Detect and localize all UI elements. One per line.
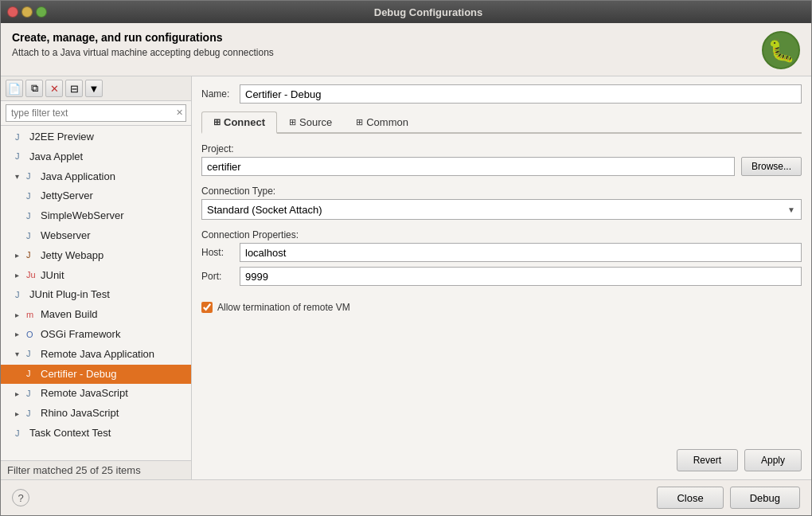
- right-panel: Name: ⊞ Connect ⊞ Source ⊞ Common: [192, 76, 811, 479]
- name-label: Name:: [201, 88, 233, 100]
- main-content: 📄 ⧉ ✕ ⊟ ▼ ✕: [1, 76, 811, 479]
- allow-termination-checkbox[interactable]: [201, 302, 213, 313]
- tree-item-label: Jetty Webapp: [41, 248, 103, 264]
- tc-icon: J: [15, 427, 26, 441]
- close-btn[interactable]: Close: [657, 487, 723, 509]
- osgi-icon: O: [26, 328, 37, 342]
- source-tab-label: Source: [299, 116, 332, 128]
- tree-item-webserver[interactable]: J Webserver: [1, 226, 191, 246]
- tree-item-label: JUnit: [41, 268, 64, 284]
- tree-item-label: Maven Build: [41, 307, 98, 323]
- delete-icon: ✕: [50, 83, 59, 95]
- duplicate-icon: ⧉: [31, 82, 38, 95]
- tree-item-remote-js[interactable]: ▸ J Remote JavaScript: [1, 384, 191, 404]
- tree-item-label: Remote Java Application: [41, 346, 154, 363]
- jw-icon: J: [26, 248, 37, 263]
- java-app-icon: J: [26, 170, 37, 184]
- tree-item-java-application[interactable]: ▾ J Java Application: [1, 167, 191, 187]
- debug-btn[interactable]: Debug: [730, 487, 800, 509]
- connection-type-wrapper: Standard (Socket Attach) ▼: [201, 199, 802, 220]
- tree-item-label: Task Context Test: [29, 425, 111, 442]
- tree-item-osgi[interactable]: ▸ O OSGi Framework: [1, 325, 191, 345]
- junp-icon: J: [15, 288, 26, 303]
- tabs: ⊞ Connect ⊞ Source ⊞ Common: [201, 111, 802, 134]
- tree-item-label: Java Application: [41, 169, 115, 186]
- tree-item-label: Webserver: [41, 228, 91, 244]
- delete-config-btn[interactable]: ✕: [45, 80, 63, 97]
- tree-item-label: JUnit Plug-in Test: [29, 287, 110, 303]
- common-tab-label: Common: [366, 116, 408, 128]
- minimize-window-btn[interactable]: [21, 6, 33, 18]
- tree-item-maven-build[interactable]: ▸ m Maven Build: [1, 305, 191, 325]
- close-window-btn[interactable]: [7, 6, 18, 18]
- connection-type-label: Connection Type:: [201, 186, 802, 197]
- project-input[interactable]: [201, 157, 735, 176]
- collapse-btn[interactable]: ⊟: [65, 80, 83, 97]
- filter-input[interactable]: [6, 104, 186, 122]
- rjs-icon: J: [26, 387, 37, 401]
- rhino-icon: J: [26, 407, 37, 421]
- tree-item-simple-web-server[interactable]: J SimpleWebServer: [1, 206, 191, 226]
- collapse-icon: ⊟: [70, 83, 79, 95]
- tree-item-label: Remote JavaScript: [41, 385, 128, 402]
- tree-item-remote-java[interactable]: ▾ J Remote Java Application: [1, 345, 191, 365]
- maximize-window-btn[interactable]: [36, 6, 47, 18]
- bottom-buttons: Revert Apply: [201, 443, 802, 471]
- port-input[interactable]: [240, 267, 802, 286]
- tree-item-junit[interactable]: ▸ Ju JUnit: [1, 266, 191, 286]
- sws-icon: J: [26, 209, 37, 224]
- expand-icon: ▸: [15, 408, 23, 420]
- duplicate-config-btn[interactable]: ⧉: [25, 80, 43, 97]
- tree-item-label: OSGi Framework: [41, 326, 120, 343]
- filter-clear-btn[interactable]: ✕: [176, 108, 183, 118]
- port-label: Port:: [201, 271, 233, 282]
- tree-item-label: Rhino JavaScript: [41, 405, 119, 422]
- revert-btn[interactable]: Revert: [677, 449, 738, 471]
- help-btn[interactable]: ?: [12, 489, 29, 506]
- filter-config-btn[interactable]: ▼: [85, 80, 103, 97]
- allow-termination-label: Allow termination of remote VM: [217, 302, 350, 313]
- project-row: Browse...: [201, 157, 802, 176]
- port-row: Port:: [201, 267, 802, 286]
- tab-source[interactable]: ⊞ Source: [277, 111, 344, 132]
- project-section: Project: Browse...: [201, 143, 802, 176]
- expand-icon: ▸: [15, 249, 23, 262]
- tree-item-certifier-debug[interactable]: J Certifier - Debug: [1, 365, 191, 385]
- apply-btn[interactable]: Apply: [744, 449, 802, 471]
- header-section: Create, manage, and run configurations A…: [1, 23, 811, 76]
- bug-icon: 🐛: [762, 31, 800, 69]
- source-tab-icon: ⊞: [289, 117, 296, 127]
- tree-item-j2ee-preview[interactable]: J J2EE Preview: [1, 127, 191, 147]
- maven-icon: m: [26, 308, 37, 322]
- header-text: Create, manage, and run configurations A…: [12, 31, 274, 58]
- window-title: Debug Configurations: [52, 6, 805, 18]
- connection-properties-label: Connection Properties:: [201, 229, 802, 240]
- connect-tab-label: Connect: [224, 116, 265, 128]
- browse-btn[interactable]: Browse...: [741, 157, 802, 176]
- debug-configurations-window: Debug Configurations Create, manage, and…: [0, 0, 812, 516]
- tree-item-java-applet[interactable]: J Java Applet: [1, 147, 191, 167]
- tab-connect[interactable]: ⊞ Connect: [201, 111, 277, 134]
- tree-item-jetty-webapp[interactable]: ▸ J Jetty Webapp: [1, 246, 191, 266]
- tree-item-junit-plugin[interactable]: J JUnit Plug-in Test: [1, 285, 191, 305]
- connect-tab-icon: ⊞: [213, 117, 221, 127]
- host-input[interactable]: [240, 243, 802, 262]
- expand-icon: ▸: [15, 309, 23, 322]
- tree-item-rhino[interactable]: ▸ J Rhino JavaScript: [1, 404, 191, 424]
- tree-item-jetty-server[interactable]: J JettyServer: [1, 186, 191, 206]
- filter-box: ✕: [1, 101, 191, 126]
- expand-icon: ▸: [15, 328, 23, 341]
- tree-item-label: JettyServer: [41, 188, 93, 205]
- help-icon: ?: [18, 492, 23, 504]
- new-icon: 📄: [8, 83, 21, 95]
- j2ee-icon: J: [15, 131, 26, 145]
- applet-icon: J: [15, 150, 26, 164]
- tab-common[interactable]: ⊞ Common: [344, 111, 420, 132]
- footer: ? Close Debug: [1, 479, 811, 515]
- new-config-btn[interactable]: 📄: [6, 80, 23, 97]
- name-input[interactable]: [240, 84, 802, 104]
- connection-type-select[interactable]: Standard (Socket Attach): [201, 199, 802, 220]
- tree-item-task-context[interactable]: J Task Context Test: [1, 424, 191, 444]
- header-title: Create, manage, and run configurations: [12, 31, 274, 44]
- host-label: Host:: [201, 247, 233, 258]
